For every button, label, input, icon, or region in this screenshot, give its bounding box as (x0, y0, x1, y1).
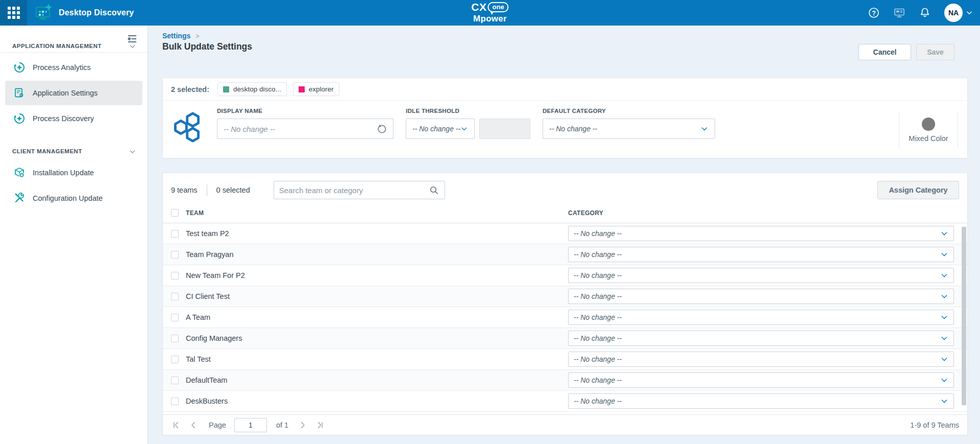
app-chip-label: desktop disco... (233, 85, 281, 93)
team-name: Team Pragyan (186, 250, 234, 259)
team-name: Tal Test (186, 355, 211, 363)
row-checkbox[interactable] (171, 230, 179, 238)
chevron-down-icon (940, 376, 948, 384)
selected-app-chip[interactable]: desktop disco... (217, 82, 287, 96)
chevron-down-icon (940, 334, 948, 342)
chevron-down-icon (940, 292, 948, 300)
screen-share-icon[interactable] (893, 7, 905, 19)
row-category-select[interactable]: -- No change -- (568, 310, 954, 325)
sidebar-item-application-settings[interactable]: Application Settings (5, 81, 142, 105)
cxone-mpower-logo: CX one Mpower (471, 2, 508, 23)
default-category-field: DEFAULT CATEGORY -- No change -- (543, 108, 715, 144)
team-name: DefaultTeam (186, 376, 227, 384)
page-label: Page (209, 421, 226, 429)
table-row: DeskBusters -- No change -- (163, 391, 967, 412)
display-name-input[interactable] (224, 125, 376, 133)
team-name: A Team (186, 313, 210, 321)
user-menu[interactable]: NA (944, 4, 973, 22)
row-checkbox[interactable] (171, 377, 179, 384)
table-row: CI Client Test -- No change -- (163, 286, 967, 307)
row-category-value: -- No change -- (574, 355, 622, 363)
section-client-management[interactable]: CLIENT MANAGEMENT (0, 146, 148, 156)
row-category-select[interactable]: -- No change -- (568, 247, 954, 262)
row-checkbox[interactable] (171, 335, 179, 342)
row-category-select[interactable]: -- No change -- (568, 226, 954, 241)
row-checkbox[interactable] (171, 251, 179, 259)
bulk-update-card: 2 selected: desktop disco... explorer DI… (162, 78, 968, 158)
breadcrumb-settings-link[interactable]: Settings (162, 32, 190, 40)
row-checkbox[interactable] (171, 293, 179, 300)
svg-text:?: ? (872, 10, 876, 17)
sidebar-item-process-analytics[interactable]: Process Analytics (5, 55, 142, 80)
assign-category-button[interactable]: Assign Category (877, 181, 959, 199)
team-name: Config Managers (186, 334, 242, 342)
breadcrumb-separator: > (195, 33, 199, 40)
desktop-discovery-app-icon (33, 3, 54, 23)
row-category-select[interactable]: -- No change -- (568, 268, 954, 283)
chevron-down-icon (460, 125, 468, 133)
team-name: DeskBusters (186, 397, 228, 405)
default-category-select[interactable]: -- No change -- (543, 119, 715, 139)
row-category-value: -- No change -- (574, 313, 622, 321)
sidebar-item-label: Process Analytics (33, 63, 91, 72)
chevron-down-icon (940, 313, 948, 321)
previous-page-icon[interactable] (188, 420, 199, 430)
column-header-team: TEAM (186, 209, 204, 217)
section-application-management[interactable]: APPLICATION MANAGEMENT (0, 41, 148, 51)
team-name: New Team For P2 (186, 271, 245, 279)
selected-apps-chips: desktop disco... explorer (217, 82, 339, 96)
row-category-select[interactable]: -- No change -- (568, 372, 954, 388)
selected-count-label: 2 selected: (171, 85, 209, 94)
breadcrumb: Settings > (162, 32, 199, 40)
selected-app-chip[interactable]: explorer (293, 82, 339, 96)
top-header: Desktop Discovery CX one Mpower ? (0, 0, 980, 26)
idle-threshold-label: IDLE THRESHOLD (406, 108, 530, 114)
row-checkbox[interactable] (171, 398, 179, 405)
notifications-bell-icon[interactable] (919, 7, 931, 19)
table-row: DefaultTeam -- No change -- (163, 370, 967, 391)
chevron-down-icon (940, 355, 948, 363)
sidebar-item-installation-update[interactable]: Installation Update (5, 160, 142, 185)
row-checkbox[interactable] (171, 314, 179, 321)
reset-icon[interactable] (376, 124, 387, 134)
save-button[interactable]: Save (916, 44, 954, 60)
process-discovery-icon (13, 112, 26, 125)
mixed-color-section: Mixed Color (899, 112, 958, 148)
chevron-down-icon (966, 9, 973, 16)
scrollbar-thumb[interactable] (962, 227, 966, 405)
last-page-icon[interactable] (315, 420, 325, 430)
collapse-sidebar-icon[interactable] (126, 33, 138, 45)
row-category-value: -- No change -- (574, 397, 622, 405)
one-speech-bubble: one (488, 2, 509, 12)
teams-card: 9 teams 0 selected Assign Category TEAM … (162, 173, 968, 435)
idle-threshold-select[interactable]: -- No change -- (406, 119, 475, 139)
app-launcher-button[interactable] (0, 0, 27, 26)
first-page-icon[interactable] (171, 420, 181, 430)
row-category-select[interactable]: -- No change -- (568, 393, 954, 409)
page-title: Bulk Update Settings (162, 41, 252, 52)
application-hexagon-icon (172, 112, 202, 144)
row-category-select[interactable]: -- No change -- (568, 289, 954, 304)
mixed-color-swatch[interactable] (922, 118, 935, 131)
next-page-icon[interactable] (298, 420, 308, 430)
teams-count: 9 teams (171, 186, 198, 194)
search-icon[interactable] (429, 185, 439, 196)
row-checkbox[interactable] (171, 356, 179, 363)
row-category-select[interactable]: -- No change -- (568, 331, 954, 346)
search-input[interactable] (279, 186, 429, 195)
row-category-select[interactable]: -- No change -- (568, 352, 954, 367)
selection-row: 2 selected: desktop disco... explorer (163, 78, 967, 101)
team-rows: Test team P2 -- No change -- Team Pragya… (163, 223, 967, 412)
avatar: NA (944, 4, 963, 22)
select-all-checkbox[interactable] (171, 209, 179, 217)
cancel-button[interactable]: Cancel (859, 44, 911, 60)
page-number-input[interactable] (234, 418, 267, 432)
bulk-form: DISPLAY NAME IDLE THRESHOLD -- No chan (163, 101, 967, 144)
row-checkbox[interactable] (171, 272, 179, 279)
help-icon[interactable]: ? (868, 7, 880, 19)
chevron-down-icon (940, 229, 948, 238)
pagination-bar: Page of 1 1-9 of 9 Teams (163, 414, 967, 435)
row-category-value: -- No change -- (574, 292, 622, 300)
sidebar-item-configuration-update[interactable]: Configuration Update (5, 186, 142, 211)
sidebar-item-process-discovery[interactable]: Process Discovery (5, 106, 142, 131)
